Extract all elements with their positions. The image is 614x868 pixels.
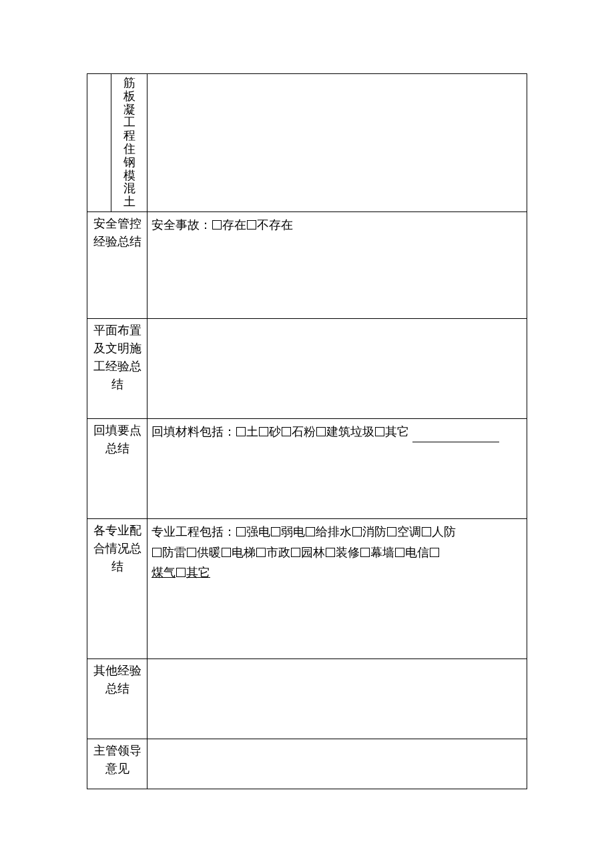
opt-telecom: 电信 xyxy=(405,546,429,559)
backfill-content[interactable]: 回填材料包括：土砂石粉建筑垃圾其它 xyxy=(147,418,527,518)
row-safety: 安全管控经验总结 安全事故：存在不存在 xyxy=(87,211,527,318)
backfill-label: 回填要点总结 xyxy=(87,418,147,518)
row1-content xyxy=(147,74,527,212)
opt-sand: 砂 xyxy=(269,425,281,438)
specialty-prefix: 专业工程包括： xyxy=(151,525,236,538)
opt-soil: 土 xyxy=(246,425,258,438)
checkbox-ac[interactable] xyxy=(387,527,396,536)
checkbox-fire[interactable] xyxy=(352,527,362,536)
specialty-label: 各专业配合情况总结 xyxy=(87,518,147,659)
opt-other-backfill: 其它 xyxy=(385,425,409,438)
checkbox-heating[interactable] xyxy=(187,548,196,557)
leader-label: 主管领导意见 xyxy=(87,739,147,789)
checkbox-exist[interactable] xyxy=(212,220,222,230)
checkbox-sand[interactable] xyxy=(259,427,268,436)
checkbox-notexist[interactable] xyxy=(247,220,256,230)
checkbox-weak-elec[interactable] xyxy=(271,527,280,536)
form-table: 筋板凝工程住钢模混土 安全管控经验总结 安全事故：存在不存在 平面布置及文明施工… xyxy=(87,73,527,789)
opt-elevator: 电梯 xyxy=(232,546,256,559)
checkbox-stonepowder[interactable] xyxy=(282,427,291,436)
checkbox-civildefense[interactable] xyxy=(422,527,431,536)
backfill-prefix: 回填材料包括： xyxy=(151,425,236,438)
backfill-other-line[interactable] xyxy=(412,428,499,442)
checkbox-soil[interactable] xyxy=(236,427,246,436)
opt-lightning: 防雷 xyxy=(162,546,186,559)
row1-col2: 筋板凝工程住钢模混土 xyxy=(111,74,147,212)
leader-content[interactable] xyxy=(147,739,527,789)
specialty-content[interactable]: 专业工程包括：强电弱电给排水消防空调人防 防雷供暖电梯市政园林装修幕墙电信 煤气… xyxy=(147,518,527,659)
opt-curtainwall: 幕墙 xyxy=(370,546,394,559)
row-leader: 主管领导意见 xyxy=(87,739,527,789)
checkbox-elevator[interactable] xyxy=(222,548,231,557)
row-1: 筋板凝工程住钢模混土 xyxy=(87,74,527,212)
checkbox-other-backfill[interactable] xyxy=(375,427,384,436)
row1-vertical-label: 筋板凝工程住钢模混土 xyxy=(115,77,143,209)
safety-content[interactable]: 安全事故：存在不存在 xyxy=(147,211,527,318)
opt-stonepowder: 石粉 xyxy=(292,425,316,438)
checkbox-curtainwall[interactable] xyxy=(360,548,370,557)
row-backfill: 回填要点总结 回填材料包括：土砂石粉建筑垃圾其它 xyxy=(87,418,527,518)
checkbox-lightning[interactable] xyxy=(152,548,162,557)
layout-label: 平面布置及文明施工经验总结 xyxy=(87,318,147,418)
opt-municipal: 市政 xyxy=(266,546,290,559)
opt-civildefense: 人防 xyxy=(432,525,456,538)
checkbox-plumbing[interactable] xyxy=(306,527,315,536)
row-specialty: 各专业配合情况总结 专业工程包括：强电弱电给排水消防空调人防 防雷供暖电梯市政园… xyxy=(87,518,527,659)
opt-plumbing: 给排水 xyxy=(316,525,352,538)
layout-content[interactable] xyxy=(147,318,527,418)
row-other-exp: 其他经验总结 xyxy=(87,659,527,739)
opt-notexist: 不存在 xyxy=(257,218,293,232)
opt-strong-elec: 强电 xyxy=(246,525,270,538)
opt-landscape: 园林 xyxy=(301,546,325,559)
opt-fire: 消防 xyxy=(362,525,386,538)
opt-heating: 供暖 xyxy=(197,546,221,559)
checkbox-municipal[interactable] xyxy=(256,548,266,557)
otherexp-label: 其他经验总结 xyxy=(87,659,147,739)
checkbox-other-spec[interactable] xyxy=(176,568,186,577)
opt-weak-elec: 弱电 xyxy=(281,525,305,538)
opt-ac: 空调 xyxy=(397,525,421,538)
row1-col1 xyxy=(87,74,111,212)
checkbox-landscape[interactable] xyxy=(291,548,300,557)
opt-decoration: 装修 xyxy=(336,546,360,559)
opt-waste: 建筑垃圾 xyxy=(326,425,374,438)
safety-prefix: 安全事故： xyxy=(151,218,212,232)
checkbox-strong-elec[interactable] xyxy=(236,527,246,536)
opt-exist: 存在 xyxy=(222,218,246,232)
opt-gas: 煤气 xyxy=(151,566,176,579)
checkbox-waste[interactable] xyxy=(316,427,326,436)
checkbox-decoration[interactable] xyxy=(326,548,335,557)
safety-label: 安全管控经验总结 xyxy=(87,211,147,318)
checkbox-telecom[interactable] xyxy=(395,548,404,557)
row-layout: 平面布置及文明施工经验总结 xyxy=(87,318,527,418)
checkbox-inline-end[interactable] xyxy=(430,548,439,557)
opt-other-spec: 其它 xyxy=(186,566,210,579)
otherexp-content[interactable] xyxy=(147,659,527,739)
